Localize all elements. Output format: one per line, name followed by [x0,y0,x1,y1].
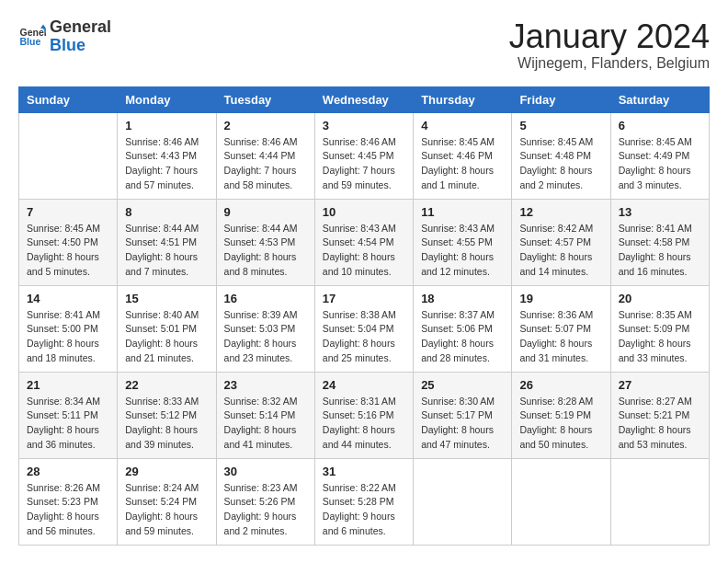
day-number: 5 [519,119,602,132]
table-cell: 5Sunrise: 8:45 AMSunset: 4:48 PMDaylight… [512,112,610,199]
day-detail: Sunrise: 8:26 AMSunset: 5:23 PMDaylight:… [27,481,109,539]
table-cell: 21Sunrise: 8:34 AMSunset: 5:11 PMDayligh… [19,372,118,458]
table-cell: 27Sunrise: 8:27 AMSunset: 5:21 PMDayligh… [610,372,709,458]
table-cell: 30Sunrise: 8:23 AMSunset: 5:26 PMDayligh… [216,458,314,545]
header-sunday: Sunday [19,86,118,112]
page-title: January 2024 [509,18,710,55]
day-number: 26 [519,378,602,392]
day-detail: Sunrise: 8:46 AMSunset: 4:44 PMDaylight:… [224,135,307,193]
day-detail: Sunrise: 8:27 AMSunset: 5:21 PMDaylight:… [619,395,701,453]
table-cell: 25Sunrise: 8:30 AMSunset: 5:17 PMDayligh… [414,372,512,458]
day-number: 28 [27,465,109,478]
day-detail: Sunrise: 8:43 AMSunset: 4:54 PMDaylight:… [323,222,405,280]
day-detail: Sunrise: 8:46 AMSunset: 4:45 PMDaylight:… [323,135,405,193]
day-number: 15 [125,292,208,305]
day-detail: Sunrise: 8:46 AMSunset: 4:43 PMDaylight:… [125,135,208,193]
day-detail: Sunrise: 8:37 AMSunset: 5:06 PMDaylight:… [421,308,504,366]
table-cell: 15Sunrise: 8:40 AMSunset: 5:01 PMDayligh… [118,285,216,372]
day-number: 6 [619,119,701,132]
day-number: 24 [323,378,405,392]
header-wednesday: Wednesday [314,86,413,112]
logo: General Blue General Blue [18,18,111,55]
day-detail: Sunrise: 8:30 AMSunset: 5:17 PMDaylight:… [421,395,504,453]
calendar-header: Sunday Monday Tuesday Wednesday Thursday… [19,86,710,112]
table-cell: 1Sunrise: 8:46 AMSunset: 4:43 PMDaylight… [118,112,216,199]
day-detail: Sunrise: 8:35 AMSunset: 5:09 PMDaylight:… [619,308,701,366]
table-cell: 26Sunrise: 8:28 AMSunset: 5:19 PMDayligh… [512,372,610,458]
table-cell: 29Sunrise: 8:24 AMSunset: 5:24 PMDayligh… [118,458,216,545]
calendar-body: 1Sunrise: 8:46 AMSunset: 4:43 PMDaylight… [19,112,710,545]
day-detail: Sunrise: 8:34 AMSunset: 5:11 PMDaylight:… [27,395,109,453]
day-number: 23 [224,378,307,392]
table-cell: 24Sunrise: 8:31 AMSunset: 5:16 PMDayligh… [314,372,413,458]
header-friday: Friday [512,86,610,112]
table-cell: 8Sunrise: 8:44 AMSunset: 4:51 PMDaylight… [118,199,216,285]
page-subtitle: Wijnegem, Flanders, Belgium [509,55,710,72]
day-detail: Sunrise: 8:23 AMSunset: 5:26 PMDaylight:… [224,481,307,539]
day-number: 17 [323,292,405,305]
day-number: 10 [323,205,405,219]
table-cell: 14Sunrise: 8:41 AMSunset: 5:00 PMDayligh… [19,285,118,372]
table-cell: 19Sunrise: 8:36 AMSunset: 5:07 PMDayligh… [512,285,610,372]
table-cell: 28Sunrise: 8:26 AMSunset: 5:23 PMDayligh… [19,458,118,545]
table-cell [610,458,709,545]
day-number: 13 [619,205,701,219]
table-cell: 9Sunrise: 8:44 AMSunset: 4:53 PMDaylight… [216,199,314,285]
day-number: 22 [125,378,208,392]
header-tuesday: Tuesday [216,86,314,112]
day-number: 9 [224,205,307,219]
header-saturday: Saturday [610,86,709,112]
table-cell [414,458,512,545]
table-cell: 2Sunrise: 8:46 AMSunset: 4:44 PMDaylight… [216,112,314,199]
day-detail: Sunrise: 8:32 AMSunset: 5:14 PMDaylight:… [224,395,307,453]
table-cell: 10Sunrise: 8:43 AMSunset: 4:54 PMDayligh… [314,199,413,285]
table-cell: 20Sunrise: 8:35 AMSunset: 5:09 PMDayligh… [610,285,709,372]
day-number: 29 [125,465,208,478]
table-cell [19,112,118,199]
table-cell: 17Sunrise: 8:38 AMSunset: 5:04 PMDayligh… [314,285,413,372]
table-cell: 22Sunrise: 8:33 AMSunset: 5:12 PMDayligh… [118,372,216,458]
day-detail: Sunrise: 8:36 AMSunset: 5:07 PMDaylight:… [519,308,602,366]
day-detail: Sunrise: 8:43 AMSunset: 4:55 PMDaylight:… [421,222,504,280]
table-cell [512,458,610,545]
day-number: 18 [421,292,504,305]
day-detail: Sunrise: 8:42 AMSunset: 4:57 PMDaylight:… [519,222,602,280]
day-number: 20 [619,292,701,305]
day-detail: Sunrise: 8:31 AMSunset: 5:16 PMDaylight:… [323,395,405,453]
day-number: 16 [224,292,307,305]
day-number: 8 [125,205,208,219]
day-detail: Sunrise: 8:41 AMSunset: 5:00 PMDaylight:… [27,308,109,366]
day-number: 11 [421,205,504,219]
day-number: 19 [519,292,602,305]
day-detail: Sunrise: 8:28 AMSunset: 5:19 PMDaylight:… [519,395,602,453]
header-monday: Monday [118,86,216,112]
table-cell: 4Sunrise: 8:45 AMSunset: 4:46 PMDaylight… [414,112,512,199]
day-detail: Sunrise: 8:22 AMSunset: 5:28 PMDaylight:… [323,481,405,539]
day-detail: Sunrise: 8:33 AMSunset: 5:12 PMDaylight:… [125,395,208,453]
table-cell: 16Sunrise: 8:39 AMSunset: 5:03 PMDayligh… [216,285,314,372]
title-section: January 2024 Wijnegem, Flanders, Belgium [509,18,710,72]
day-detail: Sunrise: 8:38 AMSunset: 5:04 PMDaylight:… [323,308,405,366]
logo-general-text: General [50,18,111,37]
day-detail: Sunrise: 8:44 AMSunset: 4:53 PMDaylight:… [224,222,307,280]
table-cell: 6Sunrise: 8:45 AMSunset: 4:49 PMDaylight… [610,112,709,199]
day-number: 30 [224,465,307,478]
table-cell: 11Sunrise: 8:43 AMSunset: 4:55 PMDayligh… [414,199,512,285]
day-number: 12 [519,205,602,219]
logo-blue-text: Blue [50,37,111,55]
table-cell: 23Sunrise: 8:32 AMSunset: 5:14 PMDayligh… [216,372,314,458]
svg-text:Blue: Blue [20,36,41,47]
day-number: 1 [125,119,208,132]
calendar-table: Sunday Monday Tuesday Wednesday Thursday… [18,86,710,546]
day-number: 3 [323,119,405,132]
header-thursday: Thursday [414,86,512,112]
day-detail: Sunrise: 8:45 AMSunset: 4:46 PMDaylight:… [421,135,504,193]
day-detail: Sunrise: 8:45 AMSunset: 4:49 PMDaylight:… [619,135,701,193]
table-cell: 3Sunrise: 8:46 AMSunset: 4:45 PMDaylight… [314,112,413,199]
header: General Blue General Blue January 2024 W… [18,18,710,72]
day-number: 31 [323,465,405,478]
table-cell: 7Sunrise: 8:45 AMSunset: 4:50 PMDaylight… [19,199,118,285]
day-detail: Sunrise: 8:24 AMSunset: 5:24 PMDaylight:… [125,481,208,539]
table-cell: 12Sunrise: 8:42 AMSunset: 4:57 PMDayligh… [512,199,610,285]
day-number: 2 [224,119,307,132]
